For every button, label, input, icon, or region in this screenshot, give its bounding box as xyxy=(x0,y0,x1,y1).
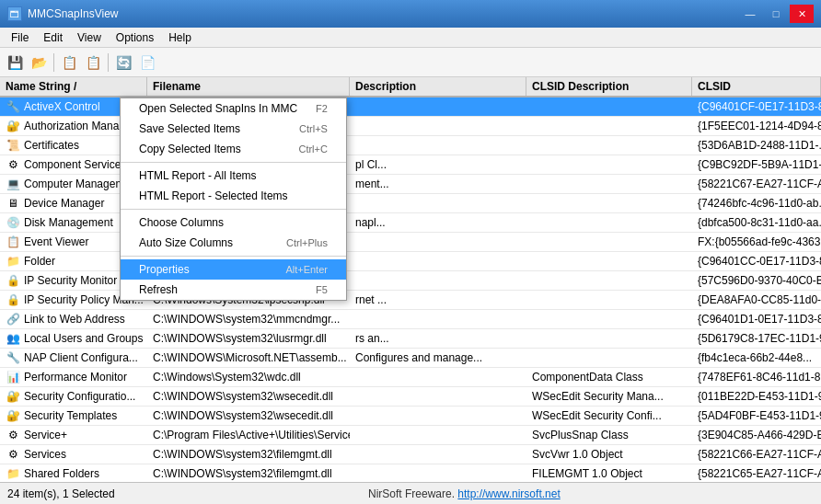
ctx-item-3[interactable]: HTML Report - All Items xyxy=(121,166,346,186)
menu-help[interactable]: Help xyxy=(161,29,199,46)
ctx-label: Auto Size Columns xyxy=(139,236,233,249)
table-row[interactable]: ⚙ Service+ C:\Program Files\Active+\Util… xyxy=(0,426,821,445)
ctx-item-1[interactable]: Save Selected Items Ctrl+S xyxy=(121,119,346,139)
cell-name: 🔐 Security Templates xyxy=(0,407,147,425)
col-name[interactable]: Name String / xyxy=(0,77,147,96)
toolbar-save[interactable]: 💾 xyxy=(4,52,26,74)
row-icon: 🖥 xyxy=(6,196,20,211)
cell-clsid-desc: FILEMGMT 1.0 Object xyxy=(526,464,692,482)
cell-clsid-desc: SvcPlusSnap Class xyxy=(526,426,692,444)
cell-description: ment... xyxy=(350,175,526,193)
maximize-button[interactable]: □ xyxy=(764,5,788,23)
close-button[interactable]: ✕ xyxy=(790,5,814,23)
toolbar-html[interactable]: 📄 xyxy=(136,52,158,74)
cell-description: pl Cl... xyxy=(350,155,526,174)
cell-clsid: {7478EF61-8C46-11d1-8... xyxy=(692,368,821,386)
col-description[interactable]: Description xyxy=(350,77,526,96)
cell-description: rnet ... xyxy=(350,291,526,309)
cell-description xyxy=(350,426,526,444)
ctx-item-5[interactable]: Choose Columns xyxy=(121,212,346,233)
cell-clsid: {011BE22D-E453-11D1-9... xyxy=(692,387,821,406)
menu-options[interactable]: Options xyxy=(109,29,161,46)
ctx-item-8[interactable]: Refresh F5 xyxy=(121,280,346,300)
toolbar-copy1[interactable]: 📋 xyxy=(58,52,80,74)
row-icon: 🔧 xyxy=(6,350,20,365)
row-icon: 📁 xyxy=(6,466,20,481)
toolbar-sep2 xyxy=(108,53,109,72)
cell-name: 🔐 Security Configuratio... xyxy=(0,387,147,406)
table-row[interactable]: ⚙ Services C:\WINDOWS\system32\filemgmt.… xyxy=(0,445,821,464)
ctx-item-7[interactable]: Properties Alt+Enter xyxy=(121,259,346,280)
ctx-label: Save Selected Items xyxy=(139,122,240,135)
minimize-button[interactable]: — xyxy=(738,5,762,23)
cell-filename: C:\WINDOWS\system32\mmcndmgr... xyxy=(147,310,350,328)
col-clsid-desc[interactable]: CLSID Description xyxy=(526,77,692,96)
toolbar-open[interactable]: 📂 xyxy=(28,52,50,74)
table-row[interactable]: 🔧 NAP Client Configura... C:\WINDOWS\Mic… xyxy=(0,349,821,368)
cell-clsid: {DEA8AFA0-CC85-11d0-... xyxy=(692,291,821,309)
toolbar-copy2[interactable]: 📋 xyxy=(82,52,104,74)
cell-description xyxy=(350,252,526,270)
cell-clsid-desc xyxy=(526,97,692,116)
cell-clsid: {74246bfc-4c96-11d0-ab... xyxy=(692,194,821,212)
table-row[interactable]: 📊 Performance Monitor C:\Windows\System3… xyxy=(0,368,821,387)
cell-clsid-desc xyxy=(526,271,692,290)
col-filename[interactable]: Filename xyxy=(147,77,350,96)
cell-name: 🔧 NAP Client Configura... xyxy=(0,349,147,367)
row-icon: 🔧 xyxy=(6,99,20,114)
cell-clsid: {C96401D1-0E17-11D3-8... xyxy=(692,310,821,328)
row-icon: 👥 xyxy=(6,331,20,346)
ctx-label: Choose Columns xyxy=(139,216,224,229)
row-icon: 💿 xyxy=(6,215,20,230)
ctx-item-0[interactable]: Open Selected SnapIns In MMC F2 xyxy=(121,98,346,119)
table-row[interactable]: 🔐 Security Templates C:\WINDOWS\system32… xyxy=(0,407,821,426)
cell-description xyxy=(350,233,526,251)
cell-clsid: {58221C66-EA27-11CF-A... xyxy=(692,445,821,464)
ctx-item-4[interactable]: HTML Report - Selected Items xyxy=(121,186,346,206)
toolbar: 💾 📂 📋 📋 🔄 📄 xyxy=(0,48,821,77)
table-row[interactable]: 🔗 Link to Web Address C:\WINDOWS\system3… xyxy=(0,310,821,329)
status-link[interactable]: http://www.nirsoft.net xyxy=(457,487,560,500)
cell-clsid-desc: SvcVwr 1.0 Object xyxy=(526,445,692,464)
ctx-shortcut: Ctrl+C xyxy=(298,143,327,155)
title-bar: 🗔 MMCSnapInsView — □ ✕ xyxy=(0,0,821,28)
cell-clsid-desc: WSecEdit Security Confi... xyxy=(526,407,692,425)
status-brand: NirSoft Freeware. xyxy=(368,487,457,500)
cell-filename: C:\Windows\System32\wdc.dll xyxy=(147,368,350,386)
window-title: MMCSnapInsView xyxy=(28,7,118,20)
toolbar-sep1 xyxy=(53,53,54,72)
cell-clsid: {5AD4F0BF-E453-11D1-9... xyxy=(692,407,821,425)
toolbar-refresh[interactable]: 🔄 xyxy=(112,52,134,74)
menu-edit[interactable]: Edit xyxy=(36,29,70,46)
cell-clsid-desc xyxy=(526,252,692,270)
table-header: Name String / Filename Description CLSID… xyxy=(0,77,821,97)
ctx-item-6[interactable]: Auto Size Columns Ctrl+Plus xyxy=(121,233,346,253)
table-row[interactable]: 👥 Local Users and Groups C:\WINDOWS\syst… xyxy=(0,329,821,349)
menu-view[interactable]: View xyxy=(70,29,109,46)
status-count: 24 item(s), 1 Selected xyxy=(7,487,115,500)
cell-clsid: {1F5EEC01-1214-4D94-8... xyxy=(692,117,821,135)
cell-clsid-desc xyxy=(526,136,692,155)
row-icon: 📜 xyxy=(6,138,20,153)
ctx-label: HTML Report - All Items xyxy=(139,169,257,182)
table-row[interactable]: 📁 Shared Folders C:\WINDOWS\system32\fil… xyxy=(0,464,821,482)
menu-file[interactable]: File xyxy=(4,29,36,46)
ctx-item-2[interactable]: Copy Selected Items Ctrl+C xyxy=(121,139,346,159)
menu-bar: File Edit View Options Help xyxy=(0,28,821,48)
col-clsid[interactable]: CLSID xyxy=(692,77,821,96)
cell-clsid: {57C596D0-9370-40C0-B... xyxy=(692,271,821,290)
cell-name: ⚙ Service+ xyxy=(0,426,147,444)
cell-filename: C:\WINDOWS\system32\filemgmt.dll xyxy=(147,445,350,464)
cell-clsid-desc xyxy=(526,155,692,174)
ctx-label: Refresh xyxy=(139,283,178,296)
cell-filename: C:\WINDOWS\system32\lusrmgr.dll xyxy=(147,329,350,348)
cell-filename: C:\WINDOWS\system32\filemgmt.dll xyxy=(147,464,350,482)
table-row[interactable]: 🔐 Security Configuratio... C:\WINDOWS\sy… xyxy=(0,387,821,407)
cell-clsid-desc xyxy=(526,291,692,309)
cell-clsid-desc xyxy=(526,117,692,135)
cell-clsid: FX:{b05566ad-fe9c-4363-... xyxy=(692,233,821,251)
cell-clsid: {53D6AB1D-2488-11D1-... xyxy=(692,136,821,155)
row-icon: 🔐 xyxy=(6,408,20,423)
cell-description xyxy=(350,407,526,425)
row-icon: 🔒 xyxy=(6,292,20,307)
